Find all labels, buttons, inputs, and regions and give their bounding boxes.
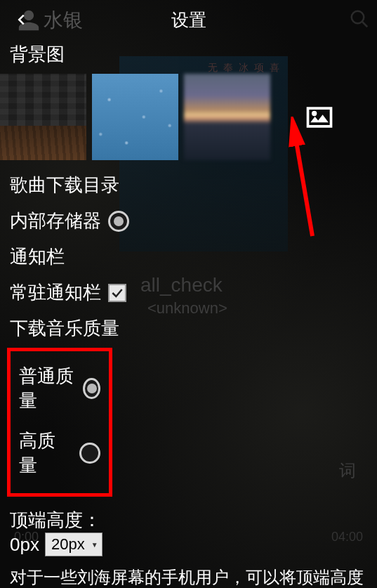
persist-notify-row[interactable]: 常驻通知栏 <box>0 276 377 309</box>
back-button[interactable] <box>10 8 32 31</box>
storage-internal-radio[interactable] <box>108 211 129 232</box>
quality-high-radio[interactable] <box>79 443 100 464</box>
storage-internal-row[interactable]: 内部存储器 <box>0 204 377 237</box>
quality-normal-row[interactable]: 普通质量 <box>16 360 103 417</box>
page-title: 设置 <box>171 8 206 32</box>
bg-option-sunset[interactable] <box>184 74 270 160</box>
quality-high-row[interactable]: 高质量 <box>16 417 103 482</box>
quality-highlight-box: 普通质量 高质量 <box>7 348 112 497</box>
quality-high-label: 高质量 <box>19 429 72 478</box>
top-height-current: 0px <box>10 534 39 556</box>
header: 设置 <box>0 0 377 39</box>
top-height-row: 0px 20px <box>0 533 377 562</box>
check-icon <box>110 286 124 300</box>
image-icon <box>304 103 335 131</box>
chevron-left-icon <box>13 12 29 27</box>
section-download-dir-title: 歌曲下载目录 <box>0 160 377 204</box>
top-height-hint: 对于一些刘海屏幕的手机用户，可以将顶端高度调高一些，方便操作 <box>0 562 377 588</box>
top-height-label: 顶端高度： <box>0 502 377 533</box>
section-background-title: 背景图 <box>0 39 377 74</box>
section-quality-title: 下载音乐质量 <box>0 309 377 348</box>
quality-normal-radio[interactable] <box>83 378 100 399</box>
background-thumbnails <box>0 74 377 160</box>
storage-internal-label: 内部存储器 <box>10 209 101 233</box>
quality-normal-label: 普通质量 <box>19 364 76 413</box>
persist-notify-label: 常驻通知栏 <box>10 280 101 305</box>
section-notify-title: 通知栏 <box>0 237 377 276</box>
bg-option-rain[interactable] <box>92 74 178 160</box>
top-height-select[interactable]: 20px <box>45 533 102 556</box>
bg-option-add[interactable] <box>276 74 362 160</box>
persist-notify-checkbox[interactable] <box>108 284 126 302</box>
bg-option-wood[interactable] <box>0 74 86 160</box>
